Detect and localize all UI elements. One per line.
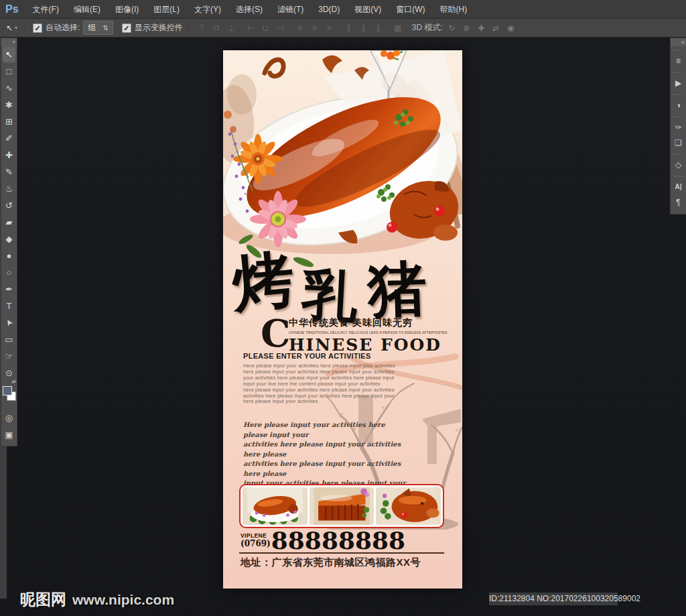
menu-edit[interactable]: 编辑(E) — [66, 0, 108, 19]
document-canvas[interactable]: 烤 乳 猪 C 中华传统美食 美味回味无穷 CHINESE TRADITIONA… — [223, 50, 462, 589]
swap-colors-icon[interactable]: ⇄ — [2, 379, 16, 385]
combo-arrows-icon: ⇅ — [102, 24, 108, 32]
3d-rotate-icon[interactable]: ↻ — [446, 23, 458, 33]
separator — [25, 21, 27, 35]
panel-grip[interactable] — [674, 94, 683, 95]
clone-source-panel-icon[interactable]: ❏ — [671, 135, 685, 150]
menu-filter[interactable]: 滤镜(T) — [270, 0, 311, 19]
distribute-vcenter-icon[interactable]: ≡ — [309, 22, 320, 34]
menu-help[interactable]: 帮助(H) — [433, 0, 475, 19]
caption-english-small: CHINESE TRADITIONAL DELICACY DELICIOUS L… — [289, 330, 448, 334]
paragraph-panel-icon[interactable]: ¶ — [671, 194, 685, 210]
type-tool[interactable]: T — [2, 298, 16, 314]
healing-brush-tool[interactable]: ✚ — [2, 147, 16, 164]
menu-file[interactable]: 文件(F) — [25, 0, 66, 19]
auto-select-label: 自动选择: — [46, 22, 80, 34]
auto-align-icon[interactable]: ▦ — [392, 22, 403, 34]
distribute-hcenter-icon[interactable]: ∥ — [358, 22, 369, 34]
clone-stamp-tool[interactable]: ♨ — [2, 180, 16, 197]
script-line: Here please input your activities here p… — [243, 420, 411, 440]
3d-drag-icon[interactable]: ✚ — [476, 23, 487, 33]
character-panel-icon[interactable]: A| — [671, 179, 685, 194]
distribute-left-icon[interactable]: ∥ — [343, 22, 354, 34]
move-tool[interactable]: ↖ — [2, 46, 16, 63]
3d-slide-icon[interactable]: ⇄ — [490, 23, 502, 33]
show-transform-label: 显示变换控件 — [135, 22, 183, 34]
menu-view[interactable]: 视图(V) — [347, 0, 389, 19]
distribute-right-icon[interactable]: ∥ — [372, 22, 384, 34]
move-tool-icon: ↖ — [6, 23, 13, 33]
history-panel-icon[interactable]: ≡ — [671, 53, 685, 68]
activities-line: here please input your activities — [243, 399, 407, 405]
align-hcenter-icon[interactable]: ⊔ — [260, 22, 271, 34]
caption-initial: C — [261, 317, 291, 349]
tool-preset-button[interactable]: ↖ ▾ — [4, 23, 19, 33]
photoshop-window: Ps 文件(F) 编辑(E) 图像(I) 图层(L) 文字(Y) 选择(S) 滤… — [0, 0, 686, 616]
eyedropper-tool[interactable]: ✐ — [2, 130, 16, 147]
crop-tool[interactable]: ⊞ — [2, 113, 16, 130]
gradient-tool[interactable]: ◆ — [2, 231, 16, 247]
caret-down-icon: ▾ — [15, 25, 17, 31]
brush-settings-panel-icon[interactable]: ✑ — [671, 119, 685, 135]
panel-grip[interactable] — [674, 72, 683, 73]
image-id-text: ID:21132804 NO:20170226100320589002 — [489, 593, 618, 605]
phone-number: 88888888 — [271, 530, 405, 550]
align-bottom-icon[interactable]: ⊥ — [226, 22, 237, 34]
path-selection-tool[interactable]: ➤ — [2, 314, 16, 331]
watermark-site-name: 昵图网 — [20, 589, 66, 610]
shape-tool[interactable]: ▭ — [2, 331, 16, 348]
menu-type[interactable]: 文字(Y) — [187, 0, 228, 19]
menu-bar: Ps 文件(F) 编辑(E) 图像(I) 图层(L) 文字(Y) 选择(S) 滤… — [0, 0, 686, 19]
align-top-icon[interactable]: ⊤ — [196, 22, 208, 34]
blur-tool[interactable]: ● — [2, 247, 16, 264]
distribute-bottom-icon[interactable]: ≡ — [324, 22, 335, 34]
panel-grip[interactable] — [674, 50, 683, 51]
pen-tool[interactable]: ✒ — [2, 281, 16, 298]
auto-select-checkbox[interactable]: ✓ — [33, 23, 42, 33]
dodge-tool[interactable]: ○ — [2, 264, 16, 281]
auto-select-value: 组 — [88, 22, 96, 34]
menu-3d[interactable]: 3D(D) — [311, 0, 347, 19]
collapse-tools-icon[interactable]: » — [1, 38, 17, 46]
divider-line — [239, 552, 444, 554]
quick-selection-tool[interactable]: ✱ — [2, 97, 16, 113]
panel-grip[interactable] — [674, 176, 683, 177]
distribute-top-icon[interactable]: ≡ — [294, 22, 305, 34]
menu-window[interactable]: 窗口(W) — [389, 0, 432, 19]
dish-photo-ribs — [310, 487, 374, 525]
adjustments-panel-icon[interactable]: ◑ — [671, 97, 685, 113]
auto-select-dropdown[interactable]: 组 ⇅ — [83, 21, 113, 35]
menu-image[interactable]: 图像(I) — [108, 0, 146, 19]
watermark-site-url: www.nipic.com — [72, 592, 174, 608]
photo-strip — [239, 484, 444, 528]
color-swatches[interactable]: ⇄ — [2, 384, 16, 407]
ps-logo: Ps — [5, 3, 19, 15]
eraser-tool[interactable]: ▰ — [2, 214, 16, 231]
menu-select[interactable]: 选择(S) — [228, 0, 270, 19]
menu-layer[interactable]: 图层(L) — [146, 0, 187, 19]
panel-grip[interactable] — [674, 153, 683, 155]
align-left-icon[interactable]: ⊢ — [245, 22, 257, 34]
mode-3d-label: 3D 模式: — [412, 22, 443, 34]
history-brush-tool[interactable]: ↺ — [2, 197, 16, 214]
marquee-tool[interactable]: □ — [2, 63, 16, 80]
3d-panel-icon[interactable]: ◇ — [671, 157, 685, 172]
hand-tool[interactable]: ☞ — [2, 348, 16, 365]
quick-mask-button[interactable]: ◎ — [2, 410, 16, 426]
tools-panel: » ↖ □ ∿ ✱ ⊞ ✐ ✚ ✎ ♨ ↺ ▰ ◆ ● ○ ✒ T ➤ ▭ ☞ … — [1, 38, 17, 446]
panel-grip[interactable] — [674, 116, 683, 117]
align-right-icon[interactable]: ⊣ — [275, 22, 286, 34]
actions-panel-icon[interactable]: ▶ — [671, 75, 685, 90]
screen-mode-button[interactable]: ▣ — [2, 426, 16, 443]
show-transform-checkbox[interactable]: ✓ — [122, 23, 131, 33]
foreground-color-swatch[interactable] — [3, 386, 12, 395]
3d-scale-icon[interactable]: ◉ — [505, 23, 517, 33]
address-line: 地址：广东省东莞市南城区鸿福路XX号 — [241, 556, 421, 569]
dish-photo-pig-head — [376, 487, 441, 525]
3d-roll-icon[interactable]: ⊚ — [461, 23, 472, 33]
lasso-tool[interactable]: ∿ — [2, 80, 16, 97]
align-vcenter-icon[interactable]: ⊓ — [211, 22, 222, 34]
expand-panels-icon[interactable]: « — [671, 38, 686, 46]
watermark: 昵图网 www.nipic.com — [20, 589, 174, 610]
brush-tool[interactable]: ✎ — [2, 164, 16, 180]
